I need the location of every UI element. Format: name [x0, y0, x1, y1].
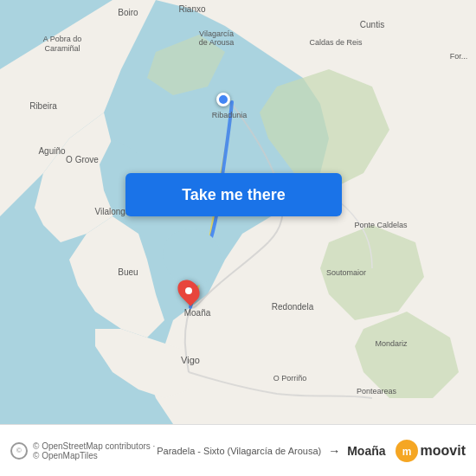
svg-text:Aguiño: Aguiño — [38, 146, 66, 156]
destination-pin-dot — [185, 287, 192, 294]
to-location: Moaña — [347, 444, 385, 458]
svg-text:Ribadunia: Ribadunia — [212, 111, 248, 119]
svg-text:Cuntis: Cuntis — [360, 20, 384, 29]
attribution-text: © OpenStreetMap contributors · © OpenMap… — [33, 441, 157, 460]
svg-text:A Pobra do: A Pobra do — [43, 35, 82, 43]
from-location: Paradela - Sixto (Vilagarcía de Arousa) — [157, 446, 321, 456]
svg-text:Caramiñal: Caramiñal — [44, 44, 80, 53]
svg-text:Soutomaior: Soutomaior — [326, 268, 366, 277]
svg-text:O Grove: O Grove — [66, 155, 99, 164]
svg-text:For...: For... — [450, 52, 468, 61]
route-arrow-icon: → — [328, 444, 340, 458]
svg-text:Moaña: Moaña — [184, 308, 211, 318]
svg-text:O Porriño: O Porriño — [273, 374, 307, 383]
origin-marker — [216, 93, 230, 106]
moovit-icon: m — [395, 439, 419, 463]
svg-text:Ponte Caldelas: Ponte Caldelas — [354, 221, 408, 229]
svg-text:de Arousa: de Arousa — [199, 38, 235, 47]
svg-text:Rianxo: Rianxo — [178, 4, 206, 14]
map-container: Boiro Rianxo Cuntis A Pobra do Caramiñal… — [0, 0, 476, 424]
svg-text:Mondariz: Mondariz — [375, 339, 408, 348]
svg-text:Ponteareas: Ponteareas — [357, 387, 397, 396]
attribution-section: © © OpenStreetMap contributors · © OpenM… — [10, 441, 157, 460]
route-info: Paradela - Sixto (Vilagarcía de Arousa) … — [157, 444, 385, 458]
destination-marker — [179, 279, 198, 303]
svg-text:Caldas de Reis: Caldas de Reis — [309, 38, 363, 47]
svg-text:Redondela: Redondela — [272, 302, 314, 312]
take-me-there-button[interactable]: Take me there — [125, 173, 342, 216]
svg-text:Bueu: Bueu — [118, 267, 138, 277]
svg-text:m: m — [402, 446, 411, 458]
bottom-bar: © © OpenStreetMap contributors · © OpenM… — [0, 424, 476, 476]
moovit-brand-text: moovit — [421, 443, 466, 459]
svg-text:Vigo: Vigo — [181, 355, 200, 365]
svg-text:Boiro: Boiro — [118, 8, 138, 17]
svg-text:Ribeira: Ribeira — [29, 101, 57, 111]
osm-logo: © — [10, 442, 28, 460]
svg-text:Vilagarcía: Vilagarcía — [199, 29, 234, 38]
moovit-logo: m moovit — [395, 439, 466, 463]
